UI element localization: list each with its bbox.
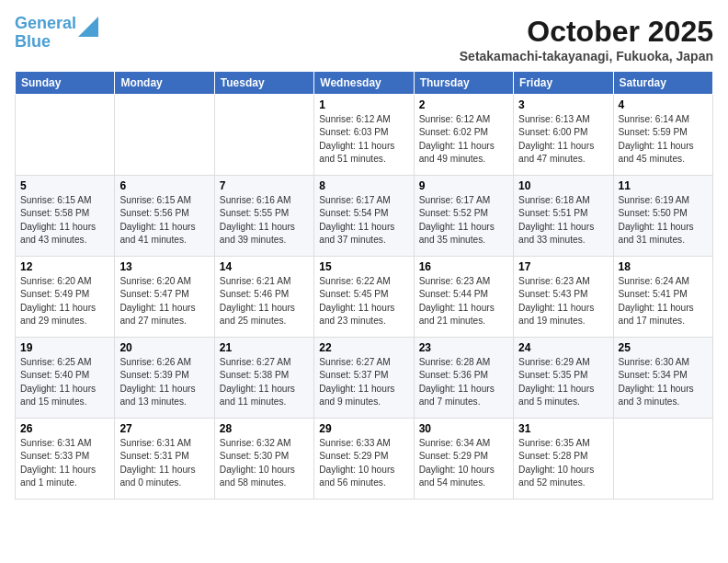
day-cell: 21Sunrise: 6:27 AMSunset: 5:38 PMDayligh… [214,338,313,419]
day-number: 6 [119,179,209,192]
day-cell: 24Sunrise: 6:29 AMSunset: 5:35 PMDayligh… [514,338,613,419]
month-title: October 2025 [460,15,713,49]
day-cell: 29Sunrise: 6:33 AMSunset: 5:29 PMDayligh… [314,419,414,500]
day-number: 25 [619,341,708,354]
day-number: 19 [20,341,109,354]
day-cell: 3Sunrise: 6:13 AMSunset: 6:00 PMDaylight… [514,95,613,176]
day-info: Sunrise: 6:22 AMSunset: 5:45 PMDaylight:… [319,275,408,327]
day-number: 7 [220,179,309,192]
week-row-1: 1Sunrise: 6:12 AMSunset: 6:03 PMDaylight… [16,95,713,176]
day-number: 15 [319,260,408,273]
day-cell: 1Sunrise: 6:12 AMSunset: 6:03 PMDaylight… [314,95,414,176]
weekday-header-sunday: Sunday [16,72,115,95]
day-cell: 11Sunrise: 6:19 AMSunset: 5:50 PMDayligh… [613,176,712,257]
day-number: 21 [220,341,309,354]
day-info: Sunrise: 6:31 AMSunset: 5:31 PMDaylight:… [119,437,209,489]
weekday-header-thursday: Thursday [414,72,513,95]
day-cell: 19Sunrise: 6:25 AMSunset: 5:40 PMDayligh… [16,338,115,419]
logo: General Blue [15,15,98,52]
day-cell: 25Sunrise: 6:30 AMSunset: 5:34 PMDayligh… [613,338,712,419]
day-cell: 14Sunrise: 6:21 AMSunset: 5:46 PMDayligh… [214,257,313,338]
weekday-header-tuesday: Tuesday [214,72,313,95]
day-cell [115,95,214,176]
day-cell: 10Sunrise: 6:18 AMSunset: 5:51 PMDayligh… [514,176,613,257]
day-cell [613,419,712,500]
day-number: 22 [319,341,408,354]
day-info: Sunrise: 6:14 AMSunset: 5:59 PMDaylight:… [619,113,708,166]
day-number: 10 [518,179,608,192]
day-info: Sunrise: 6:18 AMSunset: 5:51 PMDaylight:… [518,194,608,247]
day-number: 18 [619,260,708,273]
day-cell: 13Sunrise: 6:20 AMSunset: 5:47 PMDayligh… [115,257,214,338]
location-subtitle: Setakamachi-takayanagi, Fukuoka, Japan [460,49,713,63]
day-number: 3 [518,98,608,111]
day-info: Sunrise: 6:12 AMSunset: 6:03 PMDaylight:… [319,113,408,166]
day-number: 8 [319,179,408,192]
svg-marker-0 [78,17,98,37]
day-cell: 27Sunrise: 6:31 AMSunset: 5:31 PMDayligh… [115,419,214,500]
calendar-table: SundayMondayTuesdayWednesdayThursdayFrid… [15,71,713,500]
day-number: 20 [119,341,209,354]
day-number: 4 [619,98,708,111]
day-info: Sunrise: 6:17 AMSunset: 5:54 PMDaylight:… [319,194,408,247]
day-number: 31 [518,422,608,435]
day-info: Sunrise: 6:25 AMSunset: 5:40 PMDaylight:… [20,356,109,408]
day-info: Sunrise: 6:20 AMSunset: 5:49 PMDaylight:… [20,275,109,327]
day-info: Sunrise: 6:23 AMSunset: 5:43 PMDaylight:… [518,275,608,327]
logo-blue: Blue [15,32,51,51]
day-cell [214,95,313,176]
day-number: 11 [619,179,708,192]
day-info: Sunrise: 6:27 AMSunset: 5:38 PMDaylight:… [220,356,309,408]
day-number: 5 [20,179,109,192]
day-number: 2 [419,98,508,111]
week-row-5: 26Sunrise: 6:31 AMSunset: 5:33 PMDayligh… [16,419,713,500]
day-cell: 5Sunrise: 6:15 AMSunset: 5:58 PMDaylight… [16,176,115,257]
day-cell: 30Sunrise: 6:34 AMSunset: 5:29 PMDayligh… [414,419,513,500]
day-number: 30 [419,422,508,435]
day-info: Sunrise: 6:28 AMSunset: 5:36 PMDaylight:… [419,356,508,408]
day-cell: 12Sunrise: 6:20 AMSunset: 5:49 PMDayligh… [16,257,115,338]
weekday-header-friday: Friday [514,72,613,95]
title-block: October 2025 Setakamachi-takayanagi, Fuk… [460,15,713,63]
day-cell: 23Sunrise: 6:28 AMSunset: 5:36 PMDayligh… [414,338,513,419]
day-number: 29 [319,422,408,435]
day-info: Sunrise: 6:24 AMSunset: 5:41 PMDaylight:… [619,275,708,327]
day-cell: 15Sunrise: 6:22 AMSunset: 5:45 PMDayligh… [314,257,414,338]
day-info: Sunrise: 6:35 AMSunset: 5:28 PMDaylight:… [518,437,608,489]
day-number: 12 [20,260,109,273]
day-info: Sunrise: 6:33 AMSunset: 5:29 PMDaylight:… [319,437,408,489]
day-cell: 9Sunrise: 6:17 AMSunset: 5:52 PMDaylight… [414,176,513,257]
day-number: 9 [419,179,508,192]
page-header: General Blue October 2025 Setakamachi-ta… [15,15,713,63]
day-number: 13 [119,260,209,273]
day-info: Sunrise: 6:29 AMSunset: 5:35 PMDaylight:… [518,356,608,408]
day-info: Sunrise: 6:13 AMSunset: 6:00 PMDaylight:… [518,113,608,166]
day-info: Sunrise: 6:30 AMSunset: 5:34 PMDaylight:… [619,356,708,408]
day-cell: 2Sunrise: 6:12 AMSunset: 6:02 PMDaylight… [414,95,513,176]
day-cell: 16Sunrise: 6:23 AMSunset: 5:44 PMDayligh… [414,257,513,338]
day-info: Sunrise: 6:17 AMSunset: 5:52 PMDaylight:… [419,194,508,247]
day-cell: 4Sunrise: 6:14 AMSunset: 5:59 PMDaylight… [613,95,712,176]
day-info: Sunrise: 6:23 AMSunset: 5:44 PMDaylight:… [419,275,508,327]
day-info: Sunrise: 6:20 AMSunset: 5:47 PMDaylight:… [119,275,209,327]
day-info: Sunrise: 6:15 AMSunset: 5:56 PMDaylight:… [119,194,209,247]
day-number: 23 [419,341,508,354]
weekday-header-row: SundayMondayTuesdayWednesdayThursdayFrid… [16,72,713,95]
day-info: Sunrise: 6:27 AMSunset: 5:37 PMDaylight:… [319,356,408,408]
day-info: Sunrise: 6:34 AMSunset: 5:29 PMDaylight:… [419,437,508,489]
day-number: 16 [419,260,508,273]
week-row-4: 19Sunrise: 6:25 AMSunset: 5:40 PMDayligh… [16,338,713,419]
day-cell: 20Sunrise: 6:26 AMSunset: 5:39 PMDayligh… [115,338,214,419]
day-cell: 18Sunrise: 6:24 AMSunset: 5:41 PMDayligh… [613,257,712,338]
day-cell: 31Sunrise: 6:35 AMSunset: 5:28 PMDayligh… [514,419,613,500]
day-cell: 28Sunrise: 6:32 AMSunset: 5:30 PMDayligh… [214,419,313,500]
day-info: Sunrise: 6:31 AMSunset: 5:33 PMDaylight:… [20,437,109,489]
day-info: Sunrise: 6:26 AMSunset: 5:39 PMDaylight:… [119,356,209,408]
day-info: Sunrise: 6:16 AMSunset: 5:55 PMDaylight:… [220,194,309,247]
day-number: 14 [220,260,309,273]
day-info: Sunrise: 6:15 AMSunset: 5:58 PMDaylight:… [20,194,109,247]
day-info: Sunrise: 6:19 AMSunset: 5:50 PMDaylight:… [619,194,708,247]
day-info: Sunrise: 6:12 AMSunset: 6:02 PMDaylight:… [419,113,508,166]
day-cell: 6Sunrise: 6:15 AMSunset: 5:56 PMDaylight… [115,176,214,257]
day-number: 1 [319,98,408,111]
